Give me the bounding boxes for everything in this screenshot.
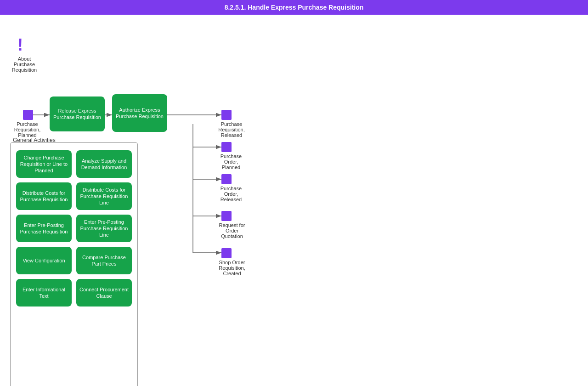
general-activities-box: Change Purchase Requisition or Line to P… (10, 142, 138, 386)
distribute-costs-requisition-btn[interactable]: Distribute Costs for Purchase Requisitio… (16, 182, 72, 210)
main-canvas: ! About Purchase Requisition PurchaseReq… (0, 15, 588, 386)
activity-grid: Change Purchase Requisition or Line to P… (16, 150, 132, 307)
distribute-costs-requisition-line-btn[interactable]: Distribute Costs for Purchase Requisitio… (76, 182, 132, 210)
about-icon: ! (17, 37, 23, 53)
shop-order-requisition-node[interactable] (221, 248, 232, 258)
enter-pre-posting-requisition-line-btn[interactable]: Enter Pre-Posting Purchase Requisition L… (76, 215, 132, 242)
purchase-requisition-released-node[interactable] (221, 110, 232, 120)
purchase-requisition-released-label: PurchaseRequisition,Released (213, 121, 250, 138)
purchase-requisition-planned-label: PurchaseRequisition,Planned (6, 121, 49, 138)
purchase-order-planned-node[interactable] (221, 142, 232, 152)
purchase-order-released-node[interactable] (221, 174, 232, 184)
analyze-supply-demand-btn[interactable]: Analyze Supply and Demand Information (76, 150, 132, 178)
release-express-label: Release Express Purchase Requisition (53, 108, 101, 121)
release-express-btn[interactable]: Release Express Purchase Requisition (50, 96, 105, 131)
authorize-express-btn[interactable]: Authorize Express Purchase Requisition (112, 94, 167, 132)
compare-purchase-part-prices-btn[interactable]: Compare Purchase Part Prices (76, 247, 132, 274)
view-configuration-btn[interactable]: View Configuration (16, 247, 72, 274)
page-header: 8.2.5.1. Handle Express Purchase Requisi… (0, 0, 588, 15)
request-order-quotation-label: Request forOrderQuotation (211, 222, 253, 239)
purchase-order-planned-label: PurchaseOrder,Planned (215, 153, 247, 170)
enter-pre-posting-requisition-btn[interactable]: Enter Pre-Posting Purchase Requisition (16, 215, 72, 242)
shop-order-requisition-label: Shop OrderRequisition,Created (211, 260, 253, 276)
request-order-quotation-node[interactable] (221, 211, 232, 221)
authorize-express-label: Authorize Express Purchase Requisition (116, 107, 164, 120)
purchase-requisition-planned-node[interactable] (23, 110, 33, 120)
enter-informational-text-btn[interactable]: Enter Informational Text (16, 279, 72, 307)
page-title: 8.2.5.1. Handle Express Purchase Requisi… (225, 4, 364, 11)
about-label: About Purchase Requisition (8, 56, 40, 73)
purchase-order-released-label: PurchaseOrder,Released (215, 186, 247, 202)
change-purchase-requisition-btn[interactable]: Change Purchase Requisition or Line to P… (16, 150, 72, 178)
connect-procurement-clause-btn[interactable]: Connect Procurement Clause (76, 279, 132, 307)
